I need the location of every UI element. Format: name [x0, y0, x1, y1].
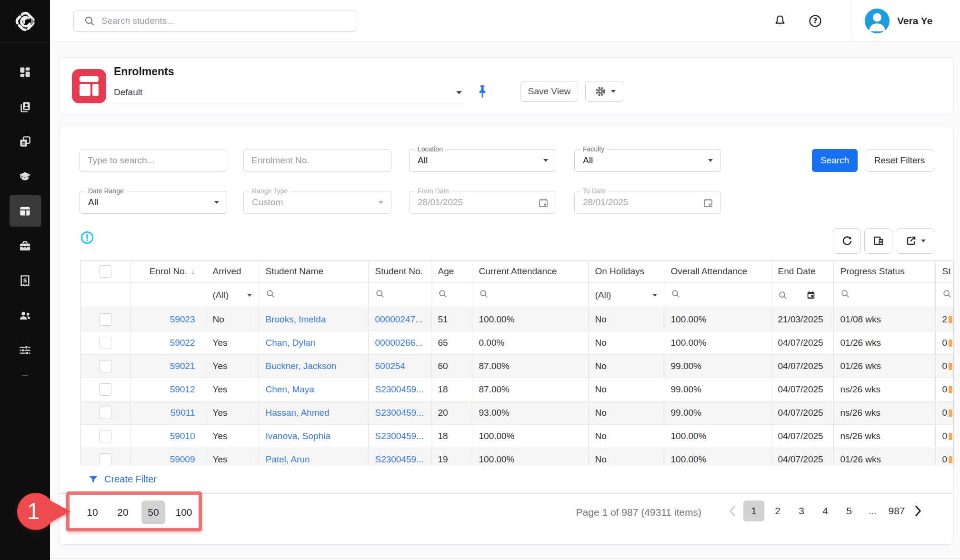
row-checkbox[interactable]: [99, 407, 111, 419]
column-header-end-date[interactable]: End Date: [771, 261, 833, 282]
calendar-icon[interactable]: [702, 197, 714, 210]
page-2[interactable]: 2: [767, 500, 788, 521]
enrolment-no-input[interactable]: [243, 149, 391, 172]
student-name-link[interactable]: Patel, Arun: [266, 454, 310, 464]
filter-cell-overall-attendance[interactable]: [664, 282, 771, 308]
column-header-progress-status[interactable]: Progress Status: [833, 261, 935, 282]
enrol-no-link[interactable]: 59023: [170, 314, 195, 324]
filter-cell-end-date[interactable]: [771, 282, 833, 308]
student-no-link[interactable]: S2300459...: [375, 384, 424, 394]
filter-cell-enrol-no[interactable]: [130, 282, 206, 308]
pin-view-button[interactable]: [473, 82, 492, 101]
column-header-start-partial[interactable]: St: [935, 261, 954, 282]
row-checkbox[interactable]: [99, 360, 111, 372]
column-header-overall-attendance[interactable]: Overall Attendance: [664, 261, 771, 282]
filter-cell-current-attendance[interactable]: [472, 282, 588, 308]
student-no-link[interactable]: S2300459...: [375, 408, 424, 418]
column-header-select[interactable]: [81, 261, 130, 282]
sidebar-item-community[interactable]: [10, 298, 41, 333]
view-selector[interactable]: Default: [114, 82, 465, 103]
sidebar-item-contacts[interactable]: [10, 90, 41, 124]
sidebar-item-academics[interactable]: [10, 159, 41, 194]
row-checkbox[interactable]: [99, 430, 111, 442]
sidebar-item-enrolments[interactable]: [10, 195, 41, 227]
filter-cell-age[interactable]: [431, 282, 472, 308]
notifications-button[interactable]: [771, 12, 789, 30]
page-size-100[interactable]: 100: [172, 500, 196, 524]
enrol-no-link[interactable]: 59022: [170, 338, 195, 348]
column-header-current-attendance[interactable]: Current Attendance: [472, 261, 588, 282]
sidebar-item-services[interactable]: [10, 229, 41, 263]
column-header-student-no[interactable]: Student No.: [368, 261, 431, 282]
quick-search-input[interactable]: [80, 149, 227, 172]
search-input[interactable]: [101, 16, 330, 26]
column-header-student-name[interactable]: Student Name: [259, 261, 368, 282]
help-button[interactable]: ?: [807, 12, 824, 30]
faculty-select[interactable]: Faculty All: [574, 149, 721, 172]
column-header-enrol-no[interactable]: Enrol No.↓: [130, 261, 206, 282]
enrol-no-link[interactable]: 59011: [170, 408, 195, 418]
filter-cell-start[interactable]: [935, 282, 954, 308]
page-987[interactable]: 987: [886, 500, 907, 521]
row-checkbox[interactable]: [99, 337, 111, 349]
column-header-on-holidays[interactable]: On Holidays: [588, 261, 664, 282]
student-no-link[interactable]: S2300459...: [375, 454, 424, 464]
info-icon[interactable]: [80, 231, 94, 246]
to-date-field[interactable]: To Date 28/01/2025: [574, 191, 721, 214]
student-name-link[interactable]: Chen, Maya: [266, 384, 314, 394]
export-button[interactable]: [896, 228, 934, 254]
row-checkbox[interactable]: [99, 453, 111, 466]
search-button[interactable]: Search: [812, 149, 858, 172]
sidebar-item-documents[interactable]: [10, 124, 41, 159]
page-3[interactable]: 3: [791, 500, 812, 521]
page-size-50[interactable]: 50: [141, 500, 165, 524]
page-4[interactable]: 4: [815, 500, 836, 521]
student-name-link[interactable]: Ivanova, Sophia: [266, 431, 330, 441]
row-checkbox[interactable]: [99, 383, 111, 396]
view-settings-button[interactable]: [585, 81, 624, 102]
column-chooser-button[interactable]: [864, 228, 892, 254]
date-range-select[interactable]: Date Range All: [80, 191, 227, 214]
page-size-10[interactable]: 10: [80, 500, 104, 524]
previous-page-button[interactable]: [724, 500, 740, 521]
student-no-link[interactable]: 00000266...: [375, 338, 423, 348]
filter-cell-arrived[interactable]: (All): [206, 282, 259, 308]
enrol-no-link[interactable]: 59009: [170, 454, 195, 464]
enrol-no-link[interactable]: 59012: [170, 384, 195, 394]
student-name-link[interactable]: Brooks, Imelda: [266, 314, 326, 324]
filter-cell-on-holidays[interactable]: (All): [588, 282, 664, 308]
save-view-button[interactable]: Save View: [520, 81, 578, 102]
select-all-checkbox[interactable]: [99, 265, 111, 278]
page-1[interactable]: 1: [743, 500, 764, 521]
sidebar-item-more[interactable]: [10, 368, 41, 376]
enrol-no-link[interactable]: 59021: [170, 361, 195, 371]
student-name-link[interactable]: Buckner, Jackson: [266, 361, 337, 371]
app-logo-icon[interactable]: [12, 9, 38, 34]
location-select[interactable]: Location All: [409, 149, 556, 172]
student-no-link[interactable]: 00000247...: [375, 314, 423, 324]
enrol-no-link[interactable]: 59010: [170, 431, 195, 441]
filter-cell-student-name[interactable]: [259, 282, 368, 308]
filter-cell-progress-status[interactable]: [833, 282, 935, 308]
range-type-select[interactable]: Range Type Custom: [243, 191, 391, 214]
page-size-20[interactable]: 20: [111, 500, 135, 524]
reset-filters-button[interactable]: Reset Filters: [865, 149, 934, 172]
sidebar-item-invoices[interactable]: $: [10, 263, 41, 298]
sidebar-item-dashboard[interactable]: [10, 55, 41, 90]
sidebar-item-settings[interactable]: [10, 333, 41, 368]
create-filter-link[interactable]: Create Filter: [88, 474, 157, 485]
column-header-arrived[interactable]: Arrived: [206, 261, 259, 282]
student-name-link[interactable]: Hassan, Ahmed: [266, 408, 330, 418]
calendar-icon[interactable]: [538, 197, 549, 210]
user-name[interactable]: Vera Ye: [897, 0, 932, 42]
row-checkbox[interactable]: [99, 313, 111, 326]
avatar[interactable]: [865, 9, 890, 33]
from-date-field[interactable]: From Date 28/01/2025: [409, 191, 556, 214]
next-page-button[interactable]: [910, 500, 926, 521]
filter-cell-student-no[interactable]: [368, 282, 431, 308]
student-no-link[interactable]: 500254: [375, 361, 405, 371]
student-name-link[interactable]: Chan, Dylan: [266, 338, 316, 348]
page-5[interactable]: 5: [839, 500, 860, 521]
student-no-link[interactable]: S2300459...: [375, 431, 424, 441]
column-header-age[interactable]: Age: [431, 261, 472, 282]
